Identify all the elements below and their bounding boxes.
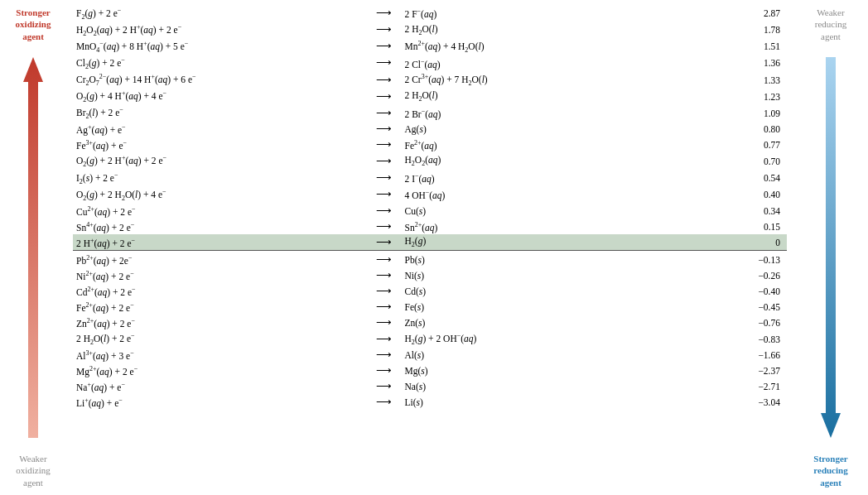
reactant-cell: Mg2+(aq) + 2 e− xyxy=(73,363,373,379)
reactant-cell: 2 H2O(l) + 2 e− xyxy=(73,331,373,348)
potential-cell: 0 xyxy=(687,234,787,251)
product-cell: Cu(s) xyxy=(402,203,687,219)
table-row: H2O2(aq) + 2 H+(aq) + 2 e−⟶2 H2O(l)1.78 xyxy=(73,22,787,38)
reactant-cell: Sn4+(aq) + 2 e− xyxy=(73,219,373,234)
arrow-cell: ⟶ xyxy=(373,38,401,55)
arrow-cell: ⟶ xyxy=(373,284,401,300)
product-cell: 2 I−(aq) xyxy=(402,170,687,186)
reactant-cell: O2(g) + 2 H+(aq) + 2 e− xyxy=(73,153,373,170)
reactant-cell: I2(s) + 2 e− xyxy=(73,170,373,186)
arrow-cell: ⟶ xyxy=(373,234,401,251)
table-row: Mg2+(aq) + 2 e−⟶Mg(s)−2.37 xyxy=(73,363,787,379)
potential-cell: 1.33 xyxy=(687,72,787,89)
table-row: F2(g) + 2 e−⟶2 F−(aq)2.87 xyxy=(73,5,787,22)
arrow-cell: ⟶ xyxy=(373,89,401,105)
potential-cell: 1.09 xyxy=(687,105,787,122)
table-row: Ni2+(aq) + 2 e−⟶Ni(s)−0.26 xyxy=(73,268,787,284)
arrow-cell: ⟶ xyxy=(373,137,401,153)
reactant-cell: Al3+(aq) + 3 e− xyxy=(73,348,373,363)
product-cell: Pb(s) xyxy=(402,251,687,268)
table-row: Zn2+(aq) + 2 e−⟶Zn(s)−0.76 xyxy=(73,315,787,331)
product-cell: Sn2+(aq) xyxy=(402,219,687,234)
table-row: Al3+(aq) + 3 e−⟶Al(s)−1.66 xyxy=(73,348,787,363)
product-cell: H2O2(aq) xyxy=(402,153,687,170)
table-row: Fe2+(aq) + 2 e−⟶Fe(s)−0.45 xyxy=(73,300,787,315)
arrow-cell: ⟶ xyxy=(373,395,401,411)
table-row: O2(g) + 4 H+(aq) + 4 e−⟶2 H2O(l)1.23 xyxy=(73,89,787,105)
left-arrow-wrapper xyxy=(22,42,45,453)
potential-cell: 0.34 xyxy=(687,203,787,219)
arrow-cell: ⟶ xyxy=(373,300,401,315)
potential-cell: 0.15 xyxy=(687,219,787,234)
product-cell: H2(g) xyxy=(402,234,687,251)
product-cell: 2 Cr3+(aq) + 7 H2O(l) xyxy=(402,72,687,89)
arrow-cell: ⟶ xyxy=(373,153,401,170)
product-cell: H2(g) + 2 OH−(aq) xyxy=(402,331,687,348)
product-cell: Ag(s) xyxy=(402,122,687,137)
main-content: F2(g) + 2 e−⟶2 F−(aq)2.87H2O2(aq) + 2 H+… xyxy=(66,0,793,495)
svg-marker-1 xyxy=(821,57,841,438)
arrow-cell: ⟶ xyxy=(373,348,401,363)
arrow-cell: ⟶ xyxy=(373,203,401,219)
right-arrow-svg xyxy=(819,57,842,438)
potential-cell: 0.54 xyxy=(687,170,787,186)
table-row: Cd2+(aq) + 2 e−⟶Cd(s)−0.40 xyxy=(73,284,787,300)
right-top-label: Weakerreducingagent xyxy=(815,7,846,42)
table-row: Br2(l) + 2 e−⟶2 Br−(aq)1.09 xyxy=(73,105,787,122)
arrow-cell: ⟶ xyxy=(373,186,401,203)
potential-cell: −0.76 xyxy=(687,315,787,331)
potential-cell: 0.70 xyxy=(687,153,787,170)
product-cell: Al(s) xyxy=(402,348,687,363)
reactant-cell: Fe3+(aq) + e− xyxy=(73,137,373,153)
reactant-cell: Cd2+(aq) + 2 e− xyxy=(73,284,373,300)
arrow-cell: ⟶ xyxy=(373,251,401,268)
reactant-cell: F2(g) + 2 e− xyxy=(73,5,373,22)
potential-cell: 1.23 xyxy=(687,89,787,105)
product-cell: 4 OH−(aq) xyxy=(402,186,687,203)
product-cell: Na(s) xyxy=(402,379,687,395)
reactant-cell: Pb2+(aq) + 2e− xyxy=(73,251,373,268)
table-row: Cu2+(aq) + 2 e−⟶Cu(s)0.34 xyxy=(73,203,787,219)
potential-cell: 0.40 xyxy=(687,186,787,203)
reactant-cell: Cu2+(aq) + 2 e− xyxy=(73,203,373,219)
arrow-cell: ⟶ xyxy=(373,315,401,331)
reactant-cell: Br2(l) + 2 e− xyxy=(73,105,373,122)
arrow-cell: ⟶ xyxy=(373,72,401,89)
right-arrow-area: Weakerreducingagent Strongerreducingagen… xyxy=(793,0,868,495)
potential-cell: −0.26 xyxy=(687,268,787,284)
potential-cell: 0.77 xyxy=(687,137,787,153)
product-cell: 2 Br−(aq) xyxy=(402,105,687,122)
potential-cell: 1.36 xyxy=(687,55,787,71)
reactant-cell: MnO4−(aq) + 8 H+(aq) + 5 e− xyxy=(73,38,373,55)
product-cell: Mg(s) xyxy=(402,363,687,379)
product-cell: Fe(s) xyxy=(402,300,687,315)
left-arrow-area: Strongeroxidizingagent Weakeroxidizingag… xyxy=(0,0,66,495)
arrow-cell: ⟶ xyxy=(373,331,401,348)
reactant-cell: Cr2O72−(aq) + 14 H+(aq) + 6 e− xyxy=(73,72,373,89)
left-top-label: Strongeroxidizingagent xyxy=(16,7,51,42)
product-cell: 2 Cl−(aq) xyxy=(402,55,687,71)
table-row: Pb2+(aq) + 2e−⟶Pb(s)−0.13 xyxy=(73,251,787,268)
arrow-cell: ⟶ xyxy=(373,55,401,71)
table-row: 2 H2O(l) + 2 e−⟶H2(g) + 2 OH−(aq)−0.83 xyxy=(73,331,787,348)
arrow-cell: ⟶ xyxy=(373,5,401,22)
table-row: O2(g) + 2 H2O(l) + 4 e−⟶4 OH−(aq)0.40 xyxy=(73,186,787,203)
product-cell: 2 F−(aq) xyxy=(402,5,687,22)
table-row: Ag+(aq) + e−⟶Ag(s)0.80 xyxy=(73,122,787,137)
arrow-cell: ⟶ xyxy=(373,363,401,379)
potential-cell: −2.71 xyxy=(687,379,787,395)
product-cell: Mn2+(aq) + 4 H2O(l) xyxy=(402,38,687,55)
potential-cell: −0.40 xyxy=(687,284,787,300)
reactant-cell: O2(g) + 4 H+(aq) + 4 e− xyxy=(73,89,373,105)
product-cell: Li(s) xyxy=(402,395,687,411)
product-cell: Ni(s) xyxy=(402,268,687,284)
arrow-cell: ⟶ xyxy=(373,219,401,234)
potential-cell: −0.45 xyxy=(687,300,787,315)
reactant-cell: Zn2+(aq) + 2 e− xyxy=(73,315,373,331)
product-cell: Zn(s) xyxy=(402,315,687,331)
product-cell: 2 H2O(l) xyxy=(402,22,687,38)
potential-cell: 1.78 xyxy=(687,22,787,38)
product-cell: 2 H2O(l) xyxy=(402,89,687,105)
potential-cell: −0.83 xyxy=(687,331,787,348)
page-container: Strongeroxidizingagent Weakeroxidizingag… xyxy=(0,0,868,495)
